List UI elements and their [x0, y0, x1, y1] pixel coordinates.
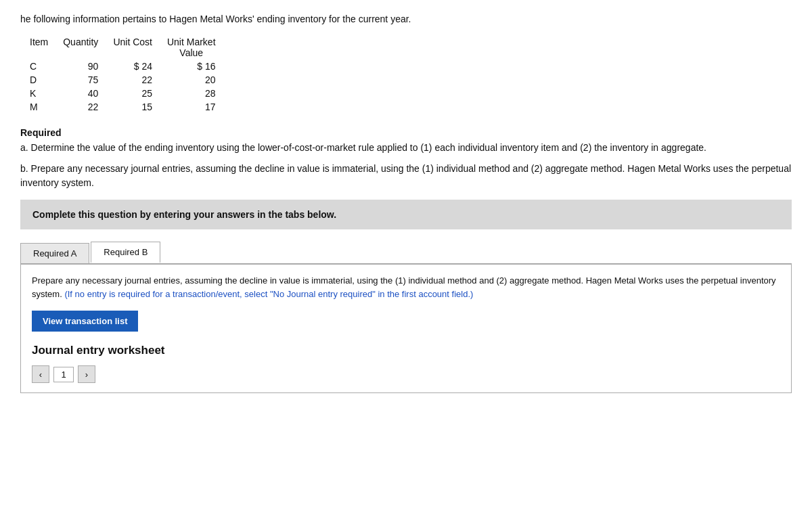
table-row: M 22 15 17	[27, 100, 228, 114]
tabs-container: Required A Required B	[20, 242, 792, 265]
required-section: Required a. Determine the value of the e…	[20, 127, 792, 190]
table-row: D 75 22 20	[27, 73, 228, 87]
next-page-button[interactable]: ›	[78, 365, 95, 383]
tab-description: Prepare any necessary journal entries, a…	[32, 274, 780, 301]
required-label: Required	[20, 127, 792, 138]
tab-required-a[interactable]: Required A	[20, 243, 89, 263]
journal-worksheet-title: Journal entry worksheet	[32, 344, 780, 357]
prev-page-button[interactable]: ‹	[32, 365, 49, 383]
intro-text: he following information pertains to Hag…	[20, 14, 792, 24]
inventory-table: Item Quantity Unit Cost Unit Market Valu…	[27, 35, 792, 114]
table-row: K 40 25 28	[27, 87, 228, 100]
col-header-item: Item	[27, 35, 60, 60]
col-header-unit-market: Unit Market Value	[164, 35, 228, 60]
required-part-a: a. Determine the value of the ending inv…	[20, 141, 792, 155]
col-header-quantity: Quantity	[60, 35, 110, 60]
table-row: C 90 $ 24 $ 16	[27, 60, 228, 73]
view-transaction-button[interactable]: View transaction list	[32, 311, 138, 332]
tab-required-b[interactable]: Required B	[91, 242, 160, 263]
page-indicator: 1	[53, 367, 74, 382]
complete-box: Complete this question by entering your …	[20, 200, 792, 229]
required-part-b: b. Prepare any necessary journal entries…	[20, 162, 792, 190]
tab-b-content: Prepare any necessary journal entries, a…	[20, 265, 792, 393]
col-header-unit-cost: Unit Cost	[110, 35, 164, 60]
worksheet-nav: ‹ 1 ›	[32, 365, 780, 383]
